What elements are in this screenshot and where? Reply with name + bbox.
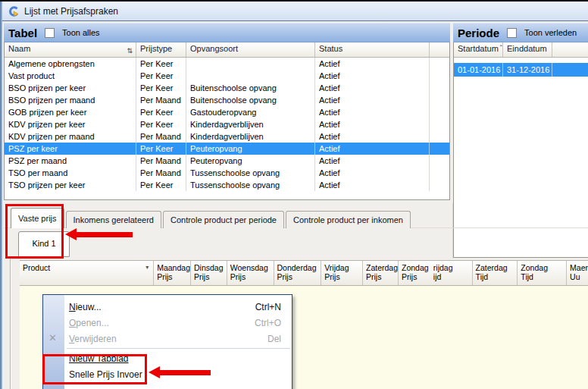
periode-panel-header: Periode Toon verleden [453, 23, 588, 42]
tab-strip: Vaste prijs Inkomens gerelateerd Control… [11, 208, 412, 228]
table-row[interactable]: Vast product Per Keer Actief [5, 70, 449, 82]
menu-item-openen[interactable]: Openen... Ctrl+O [43, 315, 292, 331]
toon-verleden-label: Toon verleden [524, 28, 577, 37]
annotation-box-tabs [5, 204, 64, 259]
column-header-einddatum[interactable]: Einddatum [503, 42, 552, 57]
column-header-filler [552, 42, 588, 57]
annotation-arrow-tabs-shaft [76, 232, 133, 237]
annotation-arrow-menu-shaft [159, 370, 211, 375]
column-header-product[interactable]: Product ▾ [20, 261, 153, 285]
annotation-arrow-tabs [65, 228, 77, 240]
menu-item-verwijderen[interactable]: ✕ Verwijderen Del [43, 331, 292, 347]
tabel-table: Naam ⇅ Prijstype Opvangsoort Status Alge… [4, 42, 450, 200]
tabel-panel-header: Tabel Toon alles [4, 23, 450, 42]
column-header-startdatum[interactable]: Startdatum ˆ [454, 42, 503, 57]
panel-divider [452, 203, 453, 259]
tabel-panel: Tabel Toon alles Naam ⇅ Prijstype Opvang… [4, 23, 450, 200]
table-row-selected[interactable]: PSZ per keer Per Keer Peuteropvang Actie… [5, 143, 449, 155]
column-header-zaterdag-tijd[interactable]: Zaterdag Tijd [472, 261, 518, 285]
toon-alles-label: Toon alles [62, 28, 100, 37]
periode-panel: Periode Toon verleden Startdatum ˆ Eindd… [453, 23, 588, 258]
shortcut-nieuw: Ctrl+N [255, 302, 281, 312]
app-icon [8, 5, 20, 17]
column-header-maandag-uur[interactable]: Maer Uu [566, 261, 588, 285]
naam-sort-icon[interactable]: ⇅ [127, 47, 133, 55]
column-header-opvangsoort[interactable]: Opvangsoort [186, 42, 315, 57]
column-header-zaterdag-prijs[interactable]: Zaterdag Prijs [362, 261, 398, 285]
tab-inkomens-gerelateerd[interactable]: Inkomens gerelateerd [66, 211, 161, 228]
column-header-status[interactable]: Status [315, 42, 430, 57]
column-header-donderdag-prijs[interactable]: Donderdag Prijs [274, 261, 321, 285]
periode-table: Startdatum ˆ Einddatum 01-01-2016 31-12-… [453, 42, 588, 258]
shortcut-openen: Ctrl+O [255, 318, 281, 328]
table-row[interactable]: GOB prijzen per keer Per Keer Gastoudero… [5, 106, 449, 118]
column-header-vrijdag-tijd[interactable]: rijdag ijd [430, 261, 472, 285]
column-header-woensdag-prijs[interactable]: Woensdag Prijs [227, 261, 274, 285]
column-header-dinsdag-prijs[interactable]: Dinsdag Prijs [190, 261, 227, 285]
annotation-box-snelle-prijs-invoer [42, 354, 147, 384]
annotation-arrow-menu [149, 366, 160, 378]
product-table-header: Product ▾ Maandag Prijs Dinsdag Prijs Wo… [20, 260, 588, 286]
column-header-maandag-prijs[interactable]: Maandag Prijs [153, 261, 190, 285]
column-header-filler [430, 42, 449, 57]
window-left-border [0, 2, 2, 389]
tabel-table-header: Naam ⇅ Prijstype Opvangsoort Status [5, 42, 449, 58]
tab-controle-product-per-inkomen[interactable]: Controle product per inkomen [286, 211, 411, 228]
table-row[interactable]: Algemene opbrengsten Per Keer Actief [5, 58, 449, 70]
column-header-zondag-tijd[interactable]: Zondag Tijd [517, 261, 566, 285]
periode-row-selected[interactable]: 01-01-2016 31-12-2016 [454, 63, 588, 77]
column-header-vrijdag-prijs[interactable]: Vrijdag Prijs [321, 261, 362, 285]
tabel-panel-title: Tabel [8, 27, 37, 39]
startdatum-sort-icon: ˆ [500, 44, 502, 57]
tab-controle-product-per-periode[interactable]: Controle product per periode [163, 211, 284, 228]
toon-alles-checkbox[interactable] [45, 28, 55, 38]
title-bar: Lijst met Prijsafspraken [2, 2, 588, 21]
table-row[interactable]: TSO prijzen per keer Per Keer Tussenscho… [5, 179, 449, 191]
menu-item-nieuw[interactable]: Nieuw... Ctrl+N [43, 299, 292, 315]
periode-table-header: Startdatum ˆ Einddatum [454, 42, 588, 58]
table-row[interactable]: BSO prijzen per keer Per Keer Buitenscho… [5, 82, 449, 94]
column-header-prijstype[interactable]: Prijstype [136, 42, 186, 57]
table-row[interactable]: KDV prijzen per maand Per Maand Kinderda… [5, 130, 449, 143]
periode-panel-title: Periode [458, 27, 499, 39]
shortcut-verwijderen: Del [267, 334, 281, 344]
column-header-naam[interactable]: Naam ⇅ [5, 42, 136, 57]
content-left-highlight [11, 259, 11, 389]
window-title: Lijst met Prijsafspraken [24, 6, 118, 17]
menu-separator [67, 348, 290, 349]
table-row[interactable]: KDV prijzen per keer Per Keer Kinderdagv… [5, 118, 449, 130]
toon-verleden-checkbox[interactable] [507, 28, 517, 38]
table-row[interactable]: PSZ per maand Per Maand Peuteropvang Act… [5, 155, 449, 167]
product-sort-icon: ▾ [145, 263, 149, 272]
table-row[interactable]: TSO per maand Per Maand Tussenschoolse o… [5, 167, 449, 179]
column-header-zondag-prijs[interactable]: Zondag Prijs [398, 261, 430, 285]
delete-x-icon: ✕ [48, 332, 57, 344]
table-row[interactable]: BSO prijzen per maand Per Maand Buitensc… [5, 94, 449, 106]
